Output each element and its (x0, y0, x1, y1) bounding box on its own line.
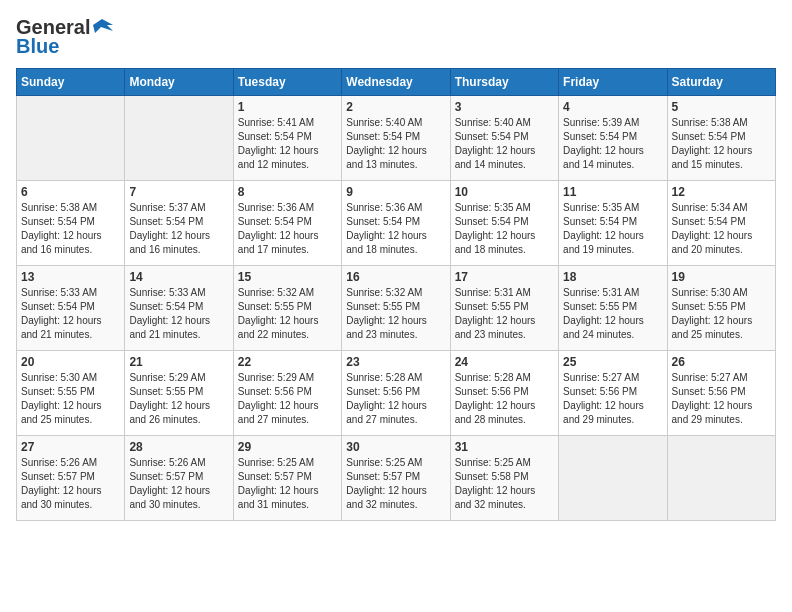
calendar-cell: 10Sunrise: 5:35 AM Sunset: 5:54 PM Dayli… (450, 181, 558, 266)
day-info: Sunrise: 5:27 AM Sunset: 5:56 PM Dayligh… (672, 371, 771, 427)
calendar-cell: 16Sunrise: 5:32 AM Sunset: 5:55 PM Dayli… (342, 266, 450, 351)
calendar-cell: 14Sunrise: 5:33 AM Sunset: 5:54 PM Dayli… (125, 266, 233, 351)
calendar-cell: 19Sunrise: 5:30 AM Sunset: 5:55 PM Dayli… (667, 266, 775, 351)
day-number: 21 (129, 355, 228, 369)
calendar-cell: 27Sunrise: 5:26 AM Sunset: 5:57 PM Dayli… (17, 436, 125, 521)
day-info: Sunrise: 5:37 AM Sunset: 5:54 PM Dayligh… (129, 201, 228, 257)
day-info: Sunrise: 5:33 AM Sunset: 5:54 PM Dayligh… (129, 286, 228, 342)
calendar-week-1: 1Sunrise: 5:41 AM Sunset: 5:54 PM Daylig… (17, 96, 776, 181)
day-info: Sunrise: 5:35 AM Sunset: 5:54 PM Dayligh… (563, 201, 662, 257)
day-number: 1 (238, 100, 337, 114)
calendar-cell: 23Sunrise: 5:28 AM Sunset: 5:56 PM Dayli… (342, 351, 450, 436)
day-info: Sunrise: 5:32 AM Sunset: 5:55 PM Dayligh… (346, 286, 445, 342)
header-day-wednesday: Wednesday (342, 69, 450, 96)
day-number: 11 (563, 185, 662, 199)
logo-bird-icon (91, 17, 113, 39)
calendar-cell: 17Sunrise: 5:31 AM Sunset: 5:55 PM Dayli… (450, 266, 558, 351)
day-number: 17 (455, 270, 554, 284)
day-info: Sunrise: 5:29 AM Sunset: 5:56 PM Dayligh… (238, 371, 337, 427)
calendar-week-4: 20Sunrise: 5:30 AM Sunset: 5:55 PM Dayli… (17, 351, 776, 436)
day-info: Sunrise: 5:32 AM Sunset: 5:55 PM Dayligh… (238, 286, 337, 342)
day-number: 23 (346, 355, 445, 369)
day-number: 24 (455, 355, 554, 369)
header-day-saturday: Saturday (667, 69, 775, 96)
svg-marker-0 (93, 19, 113, 33)
day-info: Sunrise: 5:27 AM Sunset: 5:56 PM Dayligh… (563, 371, 662, 427)
calendar-cell: 31Sunrise: 5:25 AM Sunset: 5:58 PM Dayli… (450, 436, 558, 521)
calendar-cell: 7Sunrise: 5:37 AM Sunset: 5:54 PM Daylig… (125, 181, 233, 266)
day-number: 26 (672, 355, 771, 369)
day-number: 27 (21, 440, 120, 454)
day-info: Sunrise: 5:29 AM Sunset: 5:55 PM Dayligh… (129, 371, 228, 427)
calendar-cell: 11Sunrise: 5:35 AM Sunset: 5:54 PM Dayli… (559, 181, 667, 266)
day-info: Sunrise: 5:41 AM Sunset: 5:54 PM Dayligh… (238, 116, 337, 172)
day-number: 9 (346, 185, 445, 199)
header-day-monday: Monday (125, 69, 233, 96)
calendar-table: SundayMondayTuesdayWednesdayThursdayFrid… (16, 68, 776, 521)
day-number: 19 (672, 270, 771, 284)
day-info: Sunrise: 5:28 AM Sunset: 5:56 PM Dayligh… (455, 371, 554, 427)
day-number: 25 (563, 355, 662, 369)
calendar-cell: 1Sunrise: 5:41 AM Sunset: 5:54 PM Daylig… (233, 96, 341, 181)
day-info: Sunrise: 5:26 AM Sunset: 5:57 PM Dayligh… (21, 456, 120, 512)
day-number: 10 (455, 185, 554, 199)
day-info: Sunrise: 5:28 AM Sunset: 5:56 PM Dayligh… (346, 371, 445, 427)
header-day-thursday: Thursday (450, 69, 558, 96)
calendar-cell: 2Sunrise: 5:40 AM Sunset: 5:54 PM Daylig… (342, 96, 450, 181)
day-number: 13 (21, 270, 120, 284)
calendar-cell: 3Sunrise: 5:40 AM Sunset: 5:54 PM Daylig… (450, 96, 558, 181)
day-number: 30 (346, 440, 445, 454)
day-number: 18 (563, 270, 662, 284)
day-info: Sunrise: 5:30 AM Sunset: 5:55 PM Dayligh… (21, 371, 120, 427)
day-info: Sunrise: 5:25 AM Sunset: 5:57 PM Dayligh… (346, 456, 445, 512)
day-number: 4 (563, 100, 662, 114)
day-info: Sunrise: 5:25 AM Sunset: 5:58 PM Dayligh… (455, 456, 554, 512)
calendar-cell: 12Sunrise: 5:34 AM Sunset: 5:54 PM Dayli… (667, 181, 775, 266)
calendar-cell (559, 436, 667, 521)
calendar-cell: 28Sunrise: 5:26 AM Sunset: 5:57 PM Dayli… (125, 436, 233, 521)
day-info: Sunrise: 5:25 AM Sunset: 5:57 PM Dayligh… (238, 456, 337, 512)
calendar-cell: 20Sunrise: 5:30 AM Sunset: 5:55 PM Dayli… (17, 351, 125, 436)
day-number: 31 (455, 440, 554, 454)
calendar-cell: 29Sunrise: 5:25 AM Sunset: 5:57 PM Dayli… (233, 436, 341, 521)
day-number: 3 (455, 100, 554, 114)
day-info: Sunrise: 5:39 AM Sunset: 5:54 PM Dayligh… (563, 116, 662, 172)
calendar-week-3: 13Sunrise: 5:33 AM Sunset: 5:54 PM Dayli… (17, 266, 776, 351)
calendar-week-5: 27Sunrise: 5:26 AM Sunset: 5:57 PM Dayli… (17, 436, 776, 521)
day-info: Sunrise: 5:38 AM Sunset: 5:54 PM Dayligh… (21, 201, 120, 257)
header: General Blue (16, 16, 776, 58)
calendar-cell: 18Sunrise: 5:31 AM Sunset: 5:55 PM Dayli… (559, 266, 667, 351)
day-info: Sunrise: 5:36 AM Sunset: 5:54 PM Dayligh… (346, 201, 445, 257)
day-number: 12 (672, 185, 771, 199)
header-day-sunday: Sunday (17, 69, 125, 96)
calendar-cell: 8Sunrise: 5:36 AM Sunset: 5:54 PM Daylig… (233, 181, 341, 266)
day-number: 7 (129, 185, 228, 199)
calendar-header-row: SundayMondayTuesdayWednesdayThursdayFrid… (17, 69, 776, 96)
day-number: 14 (129, 270, 228, 284)
calendar-cell: 4Sunrise: 5:39 AM Sunset: 5:54 PM Daylig… (559, 96, 667, 181)
day-number: 5 (672, 100, 771, 114)
day-number: 29 (238, 440, 337, 454)
day-info: Sunrise: 5:34 AM Sunset: 5:54 PM Dayligh… (672, 201, 771, 257)
day-number: 2 (346, 100, 445, 114)
header-day-friday: Friday (559, 69, 667, 96)
calendar-cell: 25Sunrise: 5:27 AM Sunset: 5:56 PM Dayli… (559, 351, 667, 436)
calendar-cell: 13Sunrise: 5:33 AM Sunset: 5:54 PM Dayli… (17, 266, 125, 351)
calendar-cell: 30Sunrise: 5:25 AM Sunset: 5:57 PM Dayli… (342, 436, 450, 521)
calendar-cell: 24Sunrise: 5:28 AM Sunset: 5:56 PM Dayli… (450, 351, 558, 436)
calendar-cell (667, 436, 775, 521)
day-info: Sunrise: 5:30 AM Sunset: 5:55 PM Dayligh… (672, 286, 771, 342)
day-info: Sunrise: 5:31 AM Sunset: 5:55 PM Dayligh… (455, 286, 554, 342)
day-info: Sunrise: 5:40 AM Sunset: 5:54 PM Dayligh… (455, 116, 554, 172)
calendar-cell (17, 96, 125, 181)
day-info: Sunrise: 5:38 AM Sunset: 5:54 PM Dayligh… (672, 116, 771, 172)
calendar-cell: 5Sunrise: 5:38 AM Sunset: 5:54 PM Daylig… (667, 96, 775, 181)
calendar-cell: 26Sunrise: 5:27 AM Sunset: 5:56 PM Dayli… (667, 351, 775, 436)
day-number: 15 (238, 270, 337, 284)
logo-blue: Blue (16, 35, 59, 58)
calendar-cell: 15Sunrise: 5:32 AM Sunset: 5:55 PM Dayli… (233, 266, 341, 351)
day-info: Sunrise: 5:40 AM Sunset: 5:54 PM Dayligh… (346, 116, 445, 172)
calendar-cell (125, 96, 233, 181)
calendar-body: 1Sunrise: 5:41 AM Sunset: 5:54 PM Daylig… (17, 96, 776, 521)
logo: General Blue (16, 16, 114, 58)
